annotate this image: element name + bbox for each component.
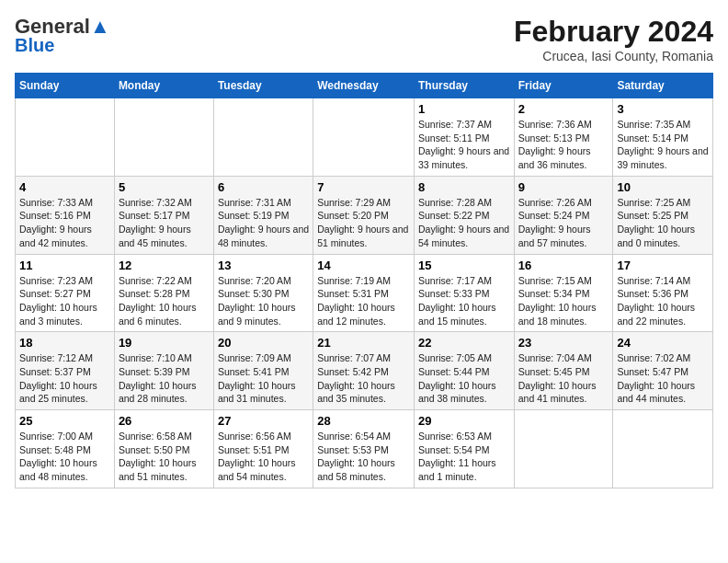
calendar-cell: 11Sunrise: 7:23 AM Sunset: 5:27 PM Dayli… bbox=[16, 254, 115, 332]
location-title: Crucea, Iasi County, Romania bbox=[514, 49, 713, 63]
calendar-cell bbox=[313, 98, 415, 177]
day-info: Sunrise: 6:56 AM Sunset: 5:51 PM Dayligh… bbox=[218, 430, 309, 484]
day-info: Sunrise: 6:53 AM Sunset: 5:54 PM Dayligh… bbox=[418, 430, 510, 484]
calendar-cell: 3Sunrise: 7:35 AM Sunset: 5:14 PM Daylig… bbox=[613, 98, 713, 177]
day-info: Sunrise: 7:00 AM Sunset: 5:48 PM Dayligh… bbox=[19, 430, 110, 484]
calendar-cell: 20Sunrise: 7:09 AM Sunset: 5:41 PM Dayli… bbox=[213, 332, 313, 410]
calendar-cell: 19Sunrise: 7:10 AM Sunset: 5:39 PM Dayli… bbox=[114, 332, 213, 410]
calendar-cell: 17Sunrise: 7:14 AM Sunset: 5:36 PM Dayli… bbox=[613, 254, 713, 332]
day-number: 5 bbox=[119, 180, 210, 194]
day-info: Sunrise: 7:33 AM Sunset: 5:16 PM Dayligh… bbox=[19, 196, 110, 250]
calendar-week-1: 1Sunrise: 7:37 AM Sunset: 5:11 PM Daylig… bbox=[16, 98, 713, 177]
calendar-cell: 6Sunrise: 7:31 AM Sunset: 5:19 PM Daylig… bbox=[213, 176, 313, 254]
day-number: 25 bbox=[19, 414, 110, 428]
day-number: 18 bbox=[19, 336, 110, 350]
calendar-cell: 25Sunrise: 7:00 AM Sunset: 5:48 PM Dayli… bbox=[16, 410, 115, 488]
header-thursday: Thursday bbox=[414, 74, 514, 98]
day-number: 1 bbox=[418, 102, 510, 116]
day-info: Sunrise: 7:10 AM Sunset: 5:39 PM Dayligh… bbox=[119, 351, 210, 406]
day-number: 12 bbox=[119, 259, 210, 272]
calendar-cell: 18Sunrise: 7:12 AM Sunset: 5:37 PM Dayli… bbox=[16, 332, 115, 410]
day-number: 3 bbox=[617, 102, 709, 116]
page-header: General▲ Blue February 2024 Crucea, Iasi… bbox=[15, 15, 713, 63]
day-info: Sunrise: 7:35 AM Sunset: 5:14 PM Dayligh… bbox=[617, 118, 709, 172]
calendar-cell: 5Sunrise: 7:32 AM Sunset: 5:17 PM Daylig… bbox=[114, 176, 213, 254]
calendar-cell: 21Sunrise: 7:07 AM Sunset: 5:42 PM Dayli… bbox=[313, 332, 415, 410]
calendar-week-5: 25Sunrise: 7:00 AM Sunset: 5:48 PM Dayli… bbox=[16, 410, 713, 488]
calendar-cell: 13Sunrise: 7:20 AM Sunset: 5:30 PM Dayli… bbox=[213, 254, 313, 332]
calendar-cell bbox=[114, 98, 213, 177]
day-info: Sunrise: 6:54 AM Sunset: 5:53 PM Dayligh… bbox=[317, 430, 410, 484]
calendar-week-2: 4Sunrise: 7:33 AM Sunset: 5:16 PM Daylig… bbox=[16, 176, 713, 254]
calendar-cell: 23Sunrise: 7:04 AM Sunset: 5:45 PM Dayli… bbox=[514, 332, 613, 410]
day-number: 10 bbox=[617, 180, 709, 194]
header-monday: Monday bbox=[114, 74, 213, 98]
day-number: 29 bbox=[418, 414, 510, 428]
day-info: Sunrise: 7:23 AM Sunset: 5:27 PM Dayligh… bbox=[19, 274, 110, 328]
day-info: Sunrise: 7:26 AM Sunset: 5:24 PM Dayligh… bbox=[518, 196, 609, 250]
day-number: 9 bbox=[518, 180, 609, 194]
day-number: 19 bbox=[119, 336, 210, 350]
day-info: Sunrise: 7:19 AM Sunset: 5:31 PM Dayligh… bbox=[317, 274, 410, 328]
day-number: 24 bbox=[617, 336, 709, 350]
day-info: Sunrise: 7:31 AM Sunset: 5:19 PM Dayligh… bbox=[218, 196, 309, 250]
calendar-cell: 12Sunrise: 7:22 AM Sunset: 5:28 PM Dayli… bbox=[114, 254, 213, 332]
calendar-header-row: SundayMondayTuesdayWednesdayThursdayFrid… bbox=[16, 74, 713, 98]
calendar-cell: 9Sunrise: 7:26 AM Sunset: 5:24 PM Daylig… bbox=[514, 176, 613, 254]
day-number: 14 bbox=[317, 259, 410, 272]
calendar-table: SundayMondayTuesdayWednesdayThursdayFrid… bbox=[15, 73, 713, 488]
day-info: Sunrise: 7:25 AM Sunset: 5:25 PM Dayligh… bbox=[617, 196, 709, 250]
day-number: 7 bbox=[317, 180, 410, 194]
month-title: February 2024 bbox=[514, 15, 713, 49]
day-info: Sunrise: 7:05 AM Sunset: 5:44 PM Dayligh… bbox=[418, 351, 510, 406]
day-info: Sunrise: 7:22 AM Sunset: 5:28 PM Dayligh… bbox=[119, 274, 210, 328]
calendar-cell: 26Sunrise: 6:58 AM Sunset: 5:50 PM Dayli… bbox=[114, 410, 213, 488]
day-info: Sunrise: 7:04 AM Sunset: 5:45 PM Dayligh… bbox=[518, 351, 609, 406]
day-number: 28 bbox=[317, 414, 410, 428]
calendar-cell: 22Sunrise: 7:05 AM Sunset: 5:44 PM Dayli… bbox=[414, 332, 514, 410]
day-info: Sunrise: 7:15 AM Sunset: 5:34 PM Dayligh… bbox=[518, 274, 609, 328]
day-number: 23 bbox=[518, 336, 609, 350]
day-number: 4 bbox=[19, 180, 110, 194]
day-number: 21 bbox=[317, 336, 410, 350]
day-number: 13 bbox=[218, 259, 309, 272]
header-sunday: Sunday bbox=[16, 74, 115, 98]
logo: General▲ Blue bbox=[15, 15, 110, 56]
calendar-cell: 2Sunrise: 7:36 AM Sunset: 5:13 PM Daylig… bbox=[514, 98, 613, 177]
calendar-cell: 24Sunrise: 7:02 AM Sunset: 5:47 PM Dayli… bbox=[613, 332, 713, 410]
calendar-cell bbox=[514, 410, 613, 488]
day-number: 17 bbox=[617, 259, 709, 272]
day-info: Sunrise: 7:32 AM Sunset: 5:17 PM Dayligh… bbox=[119, 196, 210, 250]
day-number: 2 bbox=[518, 102, 609, 116]
header-friday: Friday bbox=[514, 74, 613, 98]
day-info: Sunrise: 6:58 AM Sunset: 5:50 PM Dayligh… bbox=[119, 430, 210, 484]
title-area: February 2024 Crucea, Iasi County, Roman… bbox=[514, 15, 713, 63]
day-info: Sunrise: 7:17 AM Sunset: 5:33 PM Dayligh… bbox=[418, 274, 510, 328]
day-info: Sunrise: 7:02 AM Sunset: 5:47 PM Dayligh… bbox=[617, 351, 709, 406]
day-number: 8 bbox=[418, 180, 510, 194]
day-info: Sunrise: 7:37 AM Sunset: 5:11 PM Dayligh… bbox=[418, 118, 510, 172]
calendar-cell: 1Sunrise: 7:37 AM Sunset: 5:11 PM Daylig… bbox=[414, 98, 514, 177]
calendar-cell bbox=[613, 410, 713, 488]
day-number: 26 bbox=[119, 414, 210, 428]
day-info: Sunrise: 7:28 AM Sunset: 5:22 PM Dayligh… bbox=[418, 196, 510, 250]
day-info: Sunrise: 7:20 AM Sunset: 5:30 PM Dayligh… bbox=[218, 274, 309, 328]
header-wednesday: Wednesday bbox=[313, 74, 415, 98]
calendar-week-4: 18Sunrise: 7:12 AM Sunset: 5:37 PM Dayli… bbox=[16, 332, 713, 410]
calendar-cell: 29Sunrise: 6:53 AM Sunset: 5:54 PM Dayli… bbox=[414, 410, 514, 488]
day-info: Sunrise: 7:14 AM Sunset: 5:36 PM Dayligh… bbox=[617, 274, 709, 328]
day-number: 6 bbox=[218, 180, 309, 194]
day-info: Sunrise: 7:07 AM Sunset: 5:42 PM Dayligh… bbox=[317, 351, 410, 406]
day-info: Sunrise: 7:12 AM Sunset: 5:37 PM Dayligh… bbox=[19, 351, 110, 406]
calendar-cell bbox=[16, 98, 115, 177]
calendar-cell: 28Sunrise: 6:54 AM Sunset: 5:53 PM Dayli… bbox=[313, 410, 415, 488]
calendar-cell: 15Sunrise: 7:17 AM Sunset: 5:33 PM Dayli… bbox=[414, 254, 514, 332]
calendar-cell: 4Sunrise: 7:33 AM Sunset: 5:16 PM Daylig… bbox=[16, 176, 115, 254]
day-info: Sunrise: 7:09 AM Sunset: 5:41 PM Dayligh… bbox=[218, 351, 309, 406]
logo-subtext: Blue bbox=[15, 35, 54, 56]
header-tuesday: Tuesday bbox=[213, 74, 313, 98]
calendar-cell bbox=[213, 98, 313, 177]
day-number: 22 bbox=[418, 336, 510, 350]
calendar-week-3: 11Sunrise: 7:23 AM Sunset: 5:27 PM Dayli… bbox=[16, 254, 713, 332]
day-info: Sunrise: 7:29 AM Sunset: 5:20 PM Dayligh… bbox=[317, 196, 410, 250]
